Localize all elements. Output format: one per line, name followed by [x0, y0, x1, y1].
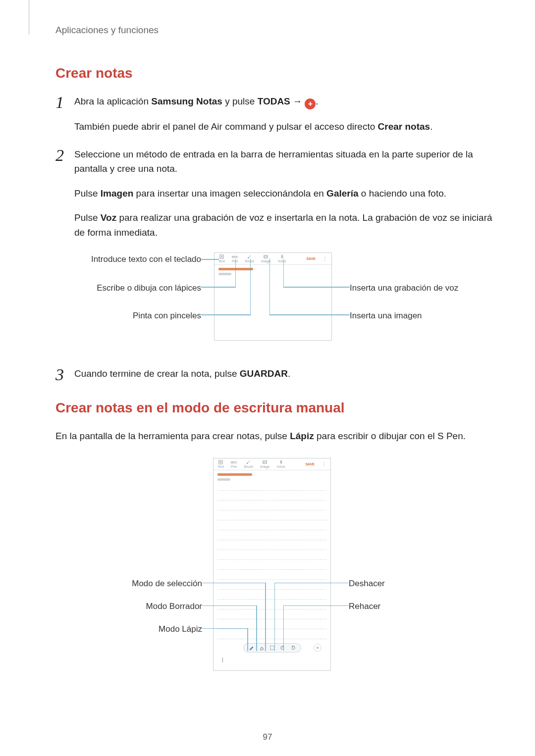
step-number-3: 3 — [55, 366, 65, 383]
step-1-line-1: Abra la aplicación Samsung Notas y pulse… — [74, 94, 495, 109]
diagram-create-notes: Text abcPen Brush Image Voice SAVE ⋮ Int… — [72, 252, 479, 352]
note-toolbar-2: Text abcPen Brush Image Voice SAVE ⋮ — [214, 458, 330, 470]
text-caret — [222, 657, 223, 662]
step-3-p: Cuando termine de crear la nota, pulse G… — [74, 366, 495, 381]
callout-pen-mode: Modo Lápiz — [72, 624, 202, 634]
step-number-1: 1 — [55, 94, 65, 111]
callout-brush: Pinta con pinceles — [72, 311, 201, 321]
page-margin-rule — [29, 0, 29, 35]
toolbar-brush-icon-2: Brush — [244, 460, 253, 468]
toolbar-pen-icon-2: abcPen — [231, 460, 237, 468]
step-2-p3: Pulse Voz para realizar una grabación de… — [74, 210, 495, 240]
note-meta-2 — [214, 470, 330, 481]
callout-image: Inserta una imagen — [350, 311, 422, 321]
callout-eraser-mode: Modo Borrador — [72, 602, 202, 611]
handwriting-intro: En la pantalla de la herramienta para cr… — [55, 429, 495, 443]
step-1-line-2: También puede abrir el panel de Air comm… — [74, 119, 495, 134]
callout-redo: Rehacer — [349, 602, 380, 611]
callout-pen: Escribe o dibuja con lápices — [72, 283, 201, 293]
diagram-handwriting: Text abcPen Brush Image Voice SAVE ⋮ — [72, 458, 479, 676]
toolbar-save-2: SAVE — [305, 462, 315, 466]
callout-keyboard-text: Introduce texto con el teclado — [72, 254, 201, 264]
heading-handwriting: Crear notas en el modo de escritura manu… — [55, 400, 495, 416]
svg-rect-8 — [280, 460, 281, 463]
svg-point-6 — [247, 463, 248, 464]
toolbar-more-icon-2: ⋮ — [321, 462, 326, 466]
step-3: 3 Cuando termine de crear la nota, pulse… — [55, 366, 495, 383]
toolbar-text-icon-2: Text — [217, 460, 224, 468]
step-2-p2: Pulse Imagen para insertar una imagen se… — [74, 186, 495, 201]
step-2: 2 Seleccione un método de entrada en la … — [55, 147, 495, 240]
callout-selection-mode: Modo de selección — [72, 579, 202, 589]
plus-icon: + — [305, 99, 316, 109]
breadcrumb: Aplicaciones y funciones — [55, 25, 495, 36]
step-1: 1 Abra la aplicación Samsung Notas y pul… — [55, 94, 495, 134]
toolbar-voice-icon-2: Voice — [277, 460, 285, 468]
callout-undo: Deshacer — [349, 579, 385, 589]
svg-rect-3 — [281, 255, 282, 257]
note-date-placeholder-2 — [217, 473, 252, 476]
svg-rect-5 — [219, 460, 222, 464]
heading-crear-notas: Crear notas — [55, 65, 495, 81]
page-number: 97 — [0, 732, 535, 742]
step-2-p1: Seleccione un método de entrada en la ba… — [74, 147, 495, 176]
callout-voice: Inserta una grabación de voz — [350, 283, 458, 293]
step-number-2: 2 — [55, 147, 65, 164]
toolbar-image-icon-2: Image — [260, 460, 269, 468]
